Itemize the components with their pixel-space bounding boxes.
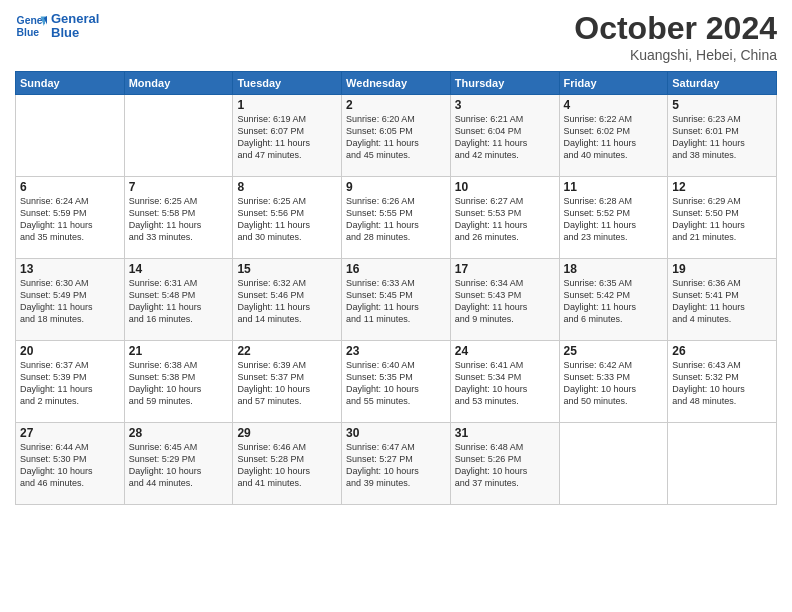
- calendar-cell: 16Sunrise: 6:33 AM Sunset: 5:45 PM Dayli…: [342, 259, 451, 341]
- col-header-monday: Monday: [124, 72, 233, 95]
- day-number: 12: [672, 180, 772, 194]
- day-number: 4: [564, 98, 664, 112]
- day-number: 13: [20, 262, 120, 276]
- logo-icon: General Blue: [15, 10, 47, 42]
- day-number: 9: [346, 180, 446, 194]
- location-subtitle: Kuangshi, Hebei, China: [574, 47, 777, 63]
- cell-info: Sunrise: 6:42 AM Sunset: 5:33 PM Dayligh…: [564, 359, 664, 408]
- cell-info: Sunrise: 6:22 AM Sunset: 6:02 PM Dayligh…: [564, 113, 664, 162]
- day-number: 20: [20, 344, 120, 358]
- calendar-cell: 31Sunrise: 6:48 AM Sunset: 5:26 PM Dayli…: [450, 423, 559, 505]
- calendar-cell: 26Sunrise: 6:43 AM Sunset: 5:32 PM Dayli…: [668, 341, 777, 423]
- calendar-cell: 15Sunrise: 6:32 AM Sunset: 5:46 PM Dayli…: [233, 259, 342, 341]
- calendar-cell: 23Sunrise: 6:40 AM Sunset: 5:35 PM Dayli…: [342, 341, 451, 423]
- cell-info: Sunrise: 6:36 AM Sunset: 5:41 PM Dayligh…: [672, 277, 772, 326]
- month-title: October 2024: [574, 10, 777, 47]
- calendar-cell: 3Sunrise: 6:21 AM Sunset: 6:04 PM Daylig…: [450, 95, 559, 177]
- cell-info: Sunrise: 6:46 AM Sunset: 5:28 PM Dayligh…: [237, 441, 337, 490]
- cell-info: Sunrise: 6:19 AM Sunset: 6:07 PM Dayligh…: [237, 113, 337, 162]
- calendar-cell: 11Sunrise: 6:28 AM Sunset: 5:52 PM Dayli…: [559, 177, 668, 259]
- day-number: 27: [20, 426, 120, 440]
- calendar-cell: 28Sunrise: 6:45 AM Sunset: 5:29 PM Dayli…: [124, 423, 233, 505]
- day-number: 26: [672, 344, 772, 358]
- week-row-3: 13Sunrise: 6:30 AM Sunset: 5:49 PM Dayli…: [16, 259, 777, 341]
- day-number: 1: [237, 98, 337, 112]
- day-number: 5: [672, 98, 772, 112]
- calendar-cell: 7Sunrise: 6:25 AM Sunset: 5:58 PM Daylig…: [124, 177, 233, 259]
- cell-info: Sunrise: 6:32 AM Sunset: 5:46 PM Dayligh…: [237, 277, 337, 326]
- logo-general: General: [51, 12, 99, 26]
- calendar-cell: 2Sunrise: 6:20 AM Sunset: 6:05 PM Daylig…: [342, 95, 451, 177]
- logo: General Blue General Blue: [15, 10, 99, 42]
- calendar-cell: 18Sunrise: 6:35 AM Sunset: 5:42 PM Dayli…: [559, 259, 668, 341]
- calendar-cell: 8Sunrise: 6:25 AM Sunset: 5:56 PM Daylig…: [233, 177, 342, 259]
- cell-info: Sunrise: 6:28 AM Sunset: 5:52 PM Dayligh…: [564, 195, 664, 244]
- cell-info: Sunrise: 6:34 AM Sunset: 5:43 PM Dayligh…: [455, 277, 555, 326]
- cell-info: Sunrise: 6:30 AM Sunset: 5:49 PM Dayligh…: [20, 277, 120, 326]
- day-number: 16: [346, 262, 446, 276]
- cell-info: Sunrise: 6:24 AM Sunset: 5:59 PM Dayligh…: [20, 195, 120, 244]
- day-number: 23: [346, 344, 446, 358]
- cell-info: Sunrise: 6:25 AM Sunset: 5:56 PM Dayligh…: [237, 195, 337, 244]
- calendar-cell: 20Sunrise: 6:37 AM Sunset: 5:39 PM Dayli…: [16, 341, 125, 423]
- calendar-cell: 21Sunrise: 6:38 AM Sunset: 5:38 PM Dayli…: [124, 341, 233, 423]
- day-number: 15: [237, 262, 337, 276]
- cell-info: Sunrise: 6:31 AM Sunset: 5:48 PM Dayligh…: [129, 277, 229, 326]
- calendar-cell: 13Sunrise: 6:30 AM Sunset: 5:49 PM Dayli…: [16, 259, 125, 341]
- cell-info: Sunrise: 6:41 AM Sunset: 5:34 PM Dayligh…: [455, 359, 555, 408]
- cell-info: Sunrise: 6:38 AM Sunset: 5:38 PM Dayligh…: [129, 359, 229, 408]
- day-number: 24: [455, 344, 555, 358]
- col-header-saturday: Saturday: [668, 72, 777, 95]
- calendar-cell: 24Sunrise: 6:41 AM Sunset: 5:34 PM Dayli…: [450, 341, 559, 423]
- cell-info: Sunrise: 6:43 AM Sunset: 5:32 PM Dayligh…: [672, 359, 772, 408]
- calendar-cell: 25Sunrise: 6:42 AM Sunset: 5:33 PM Dayli…: [559, 341, 668, 423]
- cell-info: Sunrise: 6:48 AM Sunset: 5:26 PM Dayligh…: [455, 441, 555, 490]
- cell-info: Sunrise: 6:21 AM Sunset: 6:04 PM Dayligh…: [455, 113, 555, 162]
- cell-info: Sunrise: 6:35 AM Sunset: 5:42 PM Dayligh…: [564, 277, 664, 326]
- week-row-2: 6Sunrise: 6:24 AM Sunset: 5:59 PM Daylig…: [16, 177, 777, 259]
- calendar-cell: 30Sunrise: 6:47 AM Sunset: 5:27 PM Dayli…: [342, 423, 451, 505]
- header: General Blue General Blue October 2024 K…: [15, 10, 777, 63]
- cell-info: Sunrise: 6:33 AM Sunset: 5:45 PM Dayligh…: [346, 277, 446, 326]
- calendar-cell: [559, 423, 668, 505]
- day-number: 30: [346, 426, 446, 440]
- col-header-wednesday: Wednesday: [342, 72, 451, 95]
- week-row-5: 27Sunrise: 6:44 AM Sunset: 5:30 PM Dayli…: [16, 423, 777, 505]
- week-row-4: 20Sunrise: 6:37 AM Sunset: 5:39 PM Dayli…: [16, 341, 777, 423]
- day-number: 7: [129, 180, 229, 194]
- logo-blue: Blue: [51, 26, 99, 40]
- day-number: 10: [455, 180, 555, 194]
- calendar-body: 1Sunrise: 6:19 AM Sunset: 6:07 PM Daylig…: [16, 95, 777, 505]
- cell-info: Sunrise: 6:44 AM Sunset: 5:30 PM Dayligh…: [20, 441, 120, 490]
- day-number: 3: [455, 98, 555, 112]
- day-number: 28: [129, 426, 229, 440]
- calendar-cell: 5Sunrise: 6:23 AM Sunset: 6:01 PM Daylig…: [668, 95, 777, 177]
- day-number: 14: [129, 262, 229, 276]
- calendar-cell: 14Sunrise: 6:31 AM Sunset: 5:48 PM Dayli…: [124, 259, 233, 341]
- day-number: 8: [237, 180, 337, 194]
- calendar-cell: 6Sunrise: 6:24 AM Sunset: 5:59 PM Daylig…: [16, 177, 125, 259]
- day-number: 22: [237, 344, 337, 358]
- week-row-1: 1Sunrise: 6:19 AM Sunset: 6:07 PM Daylig…: [16, 95, 777, 177]
- col-header-friday: Friday: [559, 72, 668, 95]
- calendar-cell: 19Sunrise: 6:36 AM Sunset: 5:41 PM Dayli…: [668, 259, 777, 341]
- calendar-cell: [668, 423, 777, 505]
- cell-info: Sunrise: 6:26 AM Sunset: 5:55 PM Dayligh…: [346, 195, 446, 244]
- day-number: 31: [455, 426, 555, 440]
- cell-info: Sunrise: 6:29 AM Sunset: 5:50 PM Dayligh…: [672, 195, 772, 244]
- day-number: 19: [672, 262, 772, 276]
- cell-info: Sunrise: 6:25 AM Sunset: 5:58 PM Dayligh…: [129, 195, 229, 244]
- cell-info: Sunrise: 6:40 AM Sunset: 5:35 PM Dayligh…: [346, 359, 446, 408]
- calendar-header-row: SundayMondayTuesdayWednesdayThursdayFrid…: [16, 72, 777, 95]
- calendar-cell: [16, 95, 125, 177]
- title-block: October 2024 Kuangshi, Hebei, China: [574, 10, 777, 63]
- col-header-tuesday: Tuesday: [233, 72, 342, 95]
- cell-info: Sunrise: 6:20 AM Sunset: 6:05 PM Dayligh…: [346, 113, 446, 162]
- day-number: 2: [346, 98, 446, 112]
- calendar-table: SundayMondayTuesdayWednesdayThursdayFrid…: [15, 71, 777, 505]
- calendar-cell: 10Sunrise: 6:27 AM Sunset: 5:53 PM Dayli…: [450, 177, 559, 259]
- day-number: 18: [564, 262, 664, 276]
- calendar-cell: 1Sunrise: 6:19 AM Sunset: 6:07 PM Daylig…: [233, 95, 342, 177]
- cell-info: Sunrise: 6:45 AM Sunset: 5:29 PM Dayligh…: [129, 441, 229, 490]
- day-number: 29: [237, 426, 337, 440]
